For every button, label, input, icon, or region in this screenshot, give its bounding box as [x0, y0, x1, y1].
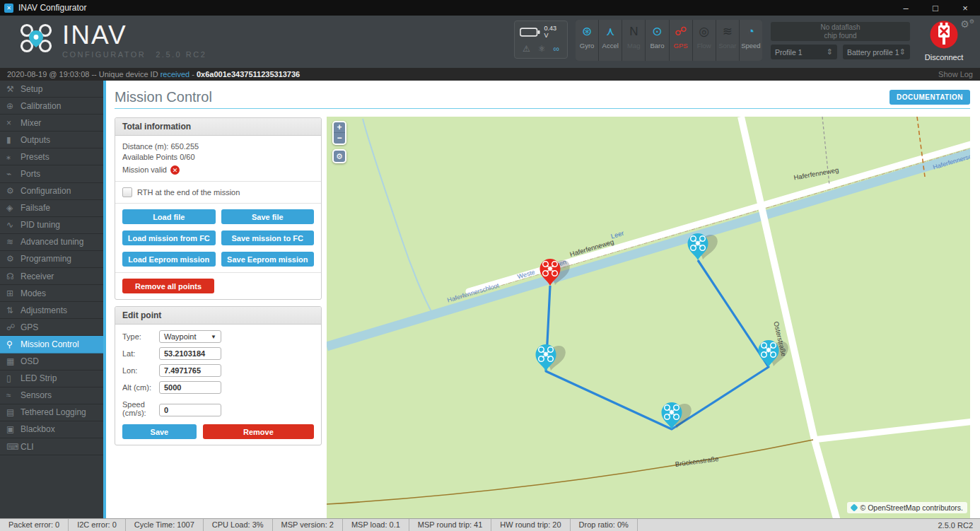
save-mission-fc-button[interactable]: Save mission to FC: [221, 231, 315, 245]
sidebar-item-advanced-tuning[interactable]: ≋Advanced tuning: [0, 234, 103, 251]
sidebar-item-led-strip[interactable]: ▯LED Strip: [0, 370, 103, 387]
close-button[interactable]: ×: [950, 3, 980, 13]
sidebar-item-label: Mission Control: [21, 339, 79, 349]
remove-point-button[interactable]: Remove: [203, 424, 314, 439]
sidebar-item-modes[interactable]: ⊞Modes: [0, 285, 103, 302]
sidebar-item-label: Mixer: [21, 118, 41, 128]
sidebar-item-label: CLI: [21, 442, 34, 452]
sidebar-item-ports[interactable]: ⌁Ports: [0, 165, 103, 182]
link-icon: ∞: [553, 44, 559, 54]
save-file-button[interactable]: Save file: [221, 209, 315, 224]
lon-field[interactable]: [159, 364, 221, 377]
settings-gear-icon[interactable]: ⚙⚙: [960, 18, 974, 30]
sidebar-item-label: Tethered Logging: [21, 407, 86, 417]
maximize-button[interactable]: □: [921, 3, 950, 13]
load-mission-fc-button[interactable]: Load mission from FC: [122, 231, 216, 245]
sidebar-item-failsafe[interactable]: ◈Failsafe: [0, 200, 103, 217]
sidebar-item-osd[interactable]: ▦OSD: [0, 354, 103, 370]
zoom-in-button[interactable]: +: [334, 122, 345, 133]
waypoint-marker[interactable]: [536, 344, 568, 371]
sidebar-item-gps[interactable]: ☍GPS: [0, 319, 103, 336]
blackbox-icon: ▣: [6, 424, 21, 434]
speed-field[interactable]: [159, 404, 221, 416]
sidebar-item-sensors[interactable]: ≈Sensors: [0, 387, 103, 404]
status-item: MSP version: 2: [273, 519, 343, 531]
map-label: Leer: [609, 229, 624, 240]
sidebar-item-label: Adjustments: [21, 305, 67, 315]
alt-field[interactable]: [159, 381, 221, 394]
sensor-tile-flow: ◎Flow: [693, 20, 716, 61]
sidebar-item-label: Programming: [21, 254, 71, 264]
sensor-tile-baro: ⊙Baro: [646, 20, 668, 61]
log-bar: 2020-08-19 @ 19:03:08 -- Unique device I…: [0, 68, 980, 81]
show-log-button[interactable]: Show Log: [938, 70, 973, 78]
logging-icon: ▤: [6, 407, 21, 417]
firmware-version: 2.5.0 RC2: [938, 521, 980, 530]
app-logo-icon: ✕: [4, 4, 13, 13]
remove-all-points-button[interactable]: Remove all points: [122, 279, 214, 293]
sensor-tile-mag: NMag: [622, 20, 645, 61]
battery-profile-select[interactable]: Battery profile 1⇕: [843, 45, 910, 59]
sidebar-item-tethered-logging[interactable]: ▤Tethered Logging: [0, 404, 103, 421]
documentation-button[interactable]: DOCUMENTATION: [889, 90, 970, 105]
map-zoom-control: + −: [332, 121, 346, 145]
sidebar-item-setup[interactable]: ⚒Setup: [0, 81, 103, 98]
battery-status-tile: 0.43 V ⚠ ⚛ ∞: [514, 21, 568, 59]
location-pin-icon: ⚲: [6, 339, 21, 349]
sidebar-item-label: Presets: [21, 152, 49, 162]
sidebar-item-pid-tuning[interactable]: ∿PID tuning: [0, 217, 103, 234]
pid-graph-icon: ∿: [6, 220, 21, 230]
sidebar-item-presets[interactable]: ⁎Presets: [0, 148, 103, 165]
sidebar-item-cli[interactable]: ⌨CLI: [0, 438, 103, 455]
failsafe-icon: ◈: [6, 203, 21, 213]
rth-checkbox[interactable]: [122, 187, 132, 197]
sensor-label: Mag: [627, 42, 640, 49]
speed-icon: ◔: [747, 24, 754, 40]
waypoint-marker[interactable]: [688, 233, 721, 260]
speed-label: Speed (cm/s):: [122, 398, 159, 417]
sidebar-item-calibration[interactable]: ⊕Calibration: [0, 98, 103, 115]
sensor-label: Baro: [650, 42, 664, 49]
status-item: HW round trip: 20: [491, 519, 570, 531]
wrench-icon: ⚒: [6, 84, 21, 94]
sensor-label: Accel: [602, 42, 619, 49]
mission-map[interactable]: HaferfennerschlootWestengenHaferfenneweg…: [327, 117, 970, 518]
sidebar-item-configuration[interactable]: ⚙Configuration: [0, 183, 103, 200]
device-id: 0x6a001e3437511235313736: [197, 70, 300, 78]
gyro-icon: ⊛: [582, 24, 592, 40]
sidebar-item-label: Ports: [21, 169, 40, 179]
receiver-icon: ☊: [6, 272, 21, 281]
status-item: Drop ratio: 0%: [571, 519, 638, 531]
profile-select[interactable]: Profile 1⇕: [771, 45, 837, 59]
disconnect-button[interactable]: Disconnect: [923, 21, 965, 62]
waypoint-type-select[interactable]: Waypoint▼: [159, 330, 221, 343]
sidebar-item-label: GPS: [21, 322, 38, 332]
sidebar-item-mixer[interactable]: ×Mixer: [0, 115, 103, 132]
sidebar-item-receiver[interactable]: ☊Receiver: [0, 268, 103, 285]
sidebar-item-blackbox[interactable]: ▣Blackbox: [0, 421, 103, 438]
window-title: INAV Configurator: [18, 3, 87, 13]
total-information-panel: Total information Distance (m): 650.255 …: [115, 117, 322, 300]
sidebar-item-label: Outputs: [21, 135, 50, 145]
waypoint-marker[interactable]: [759, 340, 791, 367]
map-attribution-icon: [850, 503, 858, 511]
alt-label: Alt (cm):: [122, 381, 159, 392]
sidebar-nav: ⚒Setup⊕Calibration×Mixer▮Outputs⁎Presets…: [0, 81, 103, 518]
sidebar-item-programming[interactable]: ⚙Programming: [0, 251, 103, 268]
lat-field[interactable]: [159, 347, 221, 360]
minimize-button[interactable]: –: [891, 3, 921, 13]
save-point-button[interactable]: Save: [122, 424, 197, 439]
sidebar-item-outputs[interactable]: ▮Outputs: [0, 132, 103, 148]
load-eeprom-button[interactable]: Load Eeprom mission: [122, 252, 216, 267]
sidebar-item-label: Configuration: [21, 186, 71, 196]
save-eeprom-button[interactable]: Save Eeprom mission: [221, 252, 315, 267]
load-file-button[interactable]: Load file: [122, 209, 216, 224]
log-message: 2020-08-19 @ 19:03:08 -- Unique device I…: [7, 70, 161, 78]
zoom-out-button[interactable]: −: [334, 133, 345, 144]
sidebar-item-mission-control[interactable]: ⚲Mission Control: [0, 336, 103, 353]
map-settings-button[interactable]: ⚙: [332, 149, 346, 163]
sidebar-item-label: Blackbox: [21, 424, 55, 434]
waypoint-marker[interactable]: [662, 402, 694, 429]
sidebar-item-adjustments[interactable]: ⇅Adjustments: [0, 302, 103, 319]
sensor-status-bar: ⊛Gyro⋏AccelNMag⊙Baro☍GPS◎Flow≋Sonar◔Spee…: [576, 20, 762, 61]
